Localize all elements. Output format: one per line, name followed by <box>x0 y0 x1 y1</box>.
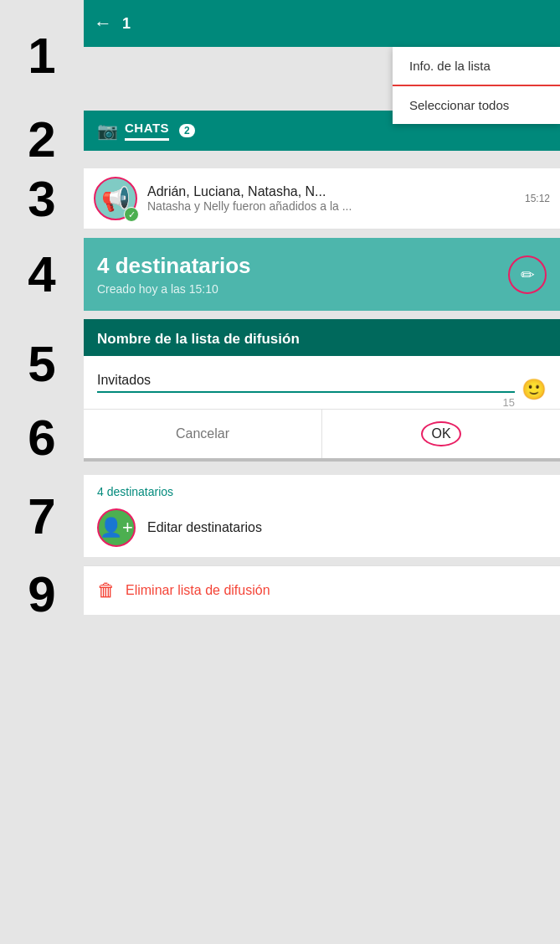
row-1: 1 ← 1 Info. de la lista Seleccionar todo… <box>0 0 560 111</box>
row-7: 7 4 destinatarios 👤+ Editar destinatario… <box>0 475 560 557</box>
dialog-title: Nombre de la lista de difusión <box>97 331 547 348</box>
dropdown-menu: Info. de la lista Seleccionar todos <box>393 47 560 124</box>
recipients-title: 4 destinatarios <box>97 253 251 279</box>
avatar-wrap: 📢 ✓ <box>94 177 137 220</box>
recipients-subtitle: Creado hoy a las 15:10 <box>97 282 251 296</box>
chat-preview: Natasha y Nelly fueron añadidos a la ... <box>147 199 515 213</box>
add-person-button[interactable]: 👤+ <box>97 508 136 547</box>
row-3: 3 📢 ✓ Adrián, Luciana, Natasha, N... Nat… <box>0 168 560 230</box>
recipients-info: 4 destinatarios Creado hoy a las 15:10 <box>97 253 251 296</box>
dialog-divider <box>84 458 560 462</box>
dialog-header: Nombre de la lista de difusión <box>84 319 560 356</box>
add-person-icon: 👤+ <box>100 517 133 539</box>
gap-6-7 <box>0 467 560 475</box>
section-4: 4 destinatarios Creado hoy a las 15:10 ✏ <box>84 238 560 311</box>
dialog-section: Nombre de la lista de difusión 15 🙂 <box>84 319 560 409</box>
edit-icon: ✏ <box>521 265 535 285</box>
section-9: 🗑 Eliminar lista de difusión <box>84 565 560 623</box>
section-7: 4 destinatarios 👤+ Editar destinatarios <box>84 475 560 557</box>
ok-label: OK <box>421 421 460 446</box>
chats-tab[interactable]: CHATS <box>125 121 169 141</box>
number-7: 7 <box>0 475 84 557</box>
edit-recipients-section: 4 destinatarios 👤+ Editar destinatarios <box>84 475 560 557</box>
check-badge: ✓ <box>124 207 139 222</box>
menu-item-info[interactable]: Info. de la lista <box>393 47 560 86</box>
chat-content: Adrián, Luciana, Natasha, N... Natasha y… <box>147 184 515 213</box>
number-5: 5 <box>0 319 84 409</box>
row-5: 5 Nombre de la lista de difusión 15 🙂 <box>0 319 560 409</box>
gap-3-4 <box>0 230 560 238</box>
dialog-actions-section: Cancelar OK <box>84 409 560 462</box>
row-9: 9 🗑 Eliminar lista de difusión <box>0 565 560 623</box>
delete-label: Eliminar lista de difusión <box>126 583 270 598</box>
number-9: 9 <box>0 565 84 623</box>
dialog-body: 15 🙂 <box>84 356 560 409</box>
recipients-count-label: 4 destinatarios <box>97 485 547 498</box>
trash-icon: 🗑 <box>97 580 116 601</box>
section-5: Nombre de la lista de difusión 15 🙂 <box>84 319 560 409</box>
number-6: 6 <box>0 409 84 467</box>
name-input-wrap: 15 <box>97 369 515 409</box>
ok-button[interactable]: OK <box>322 410 560 458</box>
section-3: 📢 ✓ Adrián, Luciana, Natasha, N... Natas… <box>84 168 560 230</box>
chat-time: 15:12 <box>525 193 550 204</box>
chats-badge: 2 <box>179 124 195 137</box>
row-6: 6 Cancelar OK <box>0 409 560 467</box>
edit-button[interactable]: ✏ <box>508 255 547 294</box>
gap-7-9 <box>0 557 560 565</box>
chat-list: 📢 ✓ Adrián, Luciana, Natasha, N... Natas… <box>84 168 560 230</box>
chat-item[interactable]: 📢 ✓ Adrián, Luciana, Natasha, N... Natas… <box>84 168 560 230</box>
edit-recipients-row[interactable]: 👤+ Editar destinatarios <box>97 508 547 547</box>
camera-icon: 📷 <box>97 121 118 141</box>
number-2: 2 <box>0 111 84 168</box>
name-input[interactable] <box>97 369 515 393</box>
menu-item-select-all[interactable]: Seleccionar todos <box>393 86 560 124</box>
section-6: Cancelar OK <box>84 409 560 467</box>
number-3: 3 <box>0 168 84 230</box>
dialog-actions: Cancelar OK <box>84 409 560 458</box>
row-4: 4 4 destinatarios Creado hoy a las 15:10… <box>0 238 560 311</box>
chat-name: Adrián, Luciana, Natasha, N... <box>147 184 515 199</box>
cancel-button[interactable]: Cancelar <box>84 410 322 458</box>
gap-4-5 <box>0 311 560 319</box>
number-1: 1 <box>0 0 84 111</box>
recipients-header: 4 destinatarios Creado hoy a las 15:10 ✏ <box>84 238 560 311</box>
section-1: ← 1 Info. de la lista Seleccionar todos <box>84 0 560 111</box>
selected-count: 1 <box>122 15 550 33</box>
delete-section[interactable]: 🗑 Eliminar lista de difusión <box>84 565 560 615</box>
char-count: 15 <box>97 396 515 409</box>
checkmark-icon: ✓ <box>128 209 136 220</box>
number-4: 4 <box>0 238 84 311</box>
back-button[interactable]: ← <box>94 13 112 34</box>
edit-recipients-label: Editar destinatarios <box>147 520 262 535</box>
emoji-button[interactable]: 🙂 <box>521 378 547 401</box>
toolbar: ← 1 <box>84 0 560 47</box>
